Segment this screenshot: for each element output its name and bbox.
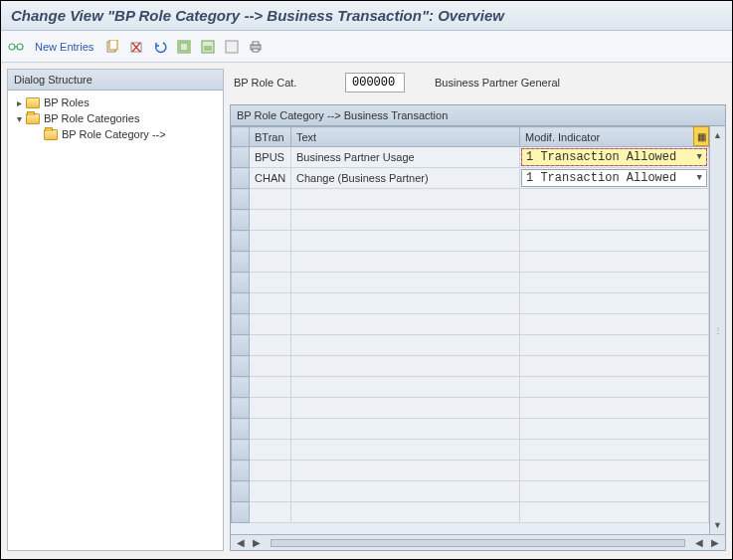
undo-icon[interactable] — [151, 38, 169, 56]
row-selector[interactable] — [232, 293, 250, 314]
window-title: Change View "BP Role Category --> Busine… — [1, 1, 732, 31]
svg-rect-3 — [109, 40, 117, 50]
header-fields: BP Role Cat. Business Partner General — [230, 69, 726, 104]
folder-icon — [26, 113, 40, 124]
dialog-structure-panel: Dialog Structure ▸BP Roles▾BP Role Categ… — [7, 69, 224, 551]
role-cat-input[interactable] — [345, 73, 405, 93]
table-row-empty — [232, 356, 709, 377]
scroll-left-icon[interactable]: ◀ — [235, 537, 247, 548]
modif-indicator-dropdown[interactable]: 1 Transaction Allowed▼ — [521, 169, 707, 187]
table-row-empty — [232, 398, 709, 419]
scroll-up-icon[interactable]: ▲ — [711, 128, 724, 142]
svg-rect-9 — [226, 41, 238, 53]
table-row-empty — [232, 377, 709, 398]
table-row: CHANChange (Business Partner)1 Transacti… — [232, 168, 709, 189]
row-selector[interactable] — [232, 377, 250, 398]
sidebar-header: Dialog Structure — [8, 70, 223, 91]
svg-point-0 — [9, 44, 15, 50]
grid-table: BTran Text Modif. Indicator ▦ BPUSBusine… — [231, 126, 709, 523]
table-row-empty — [232, 461, 709, 481]
deselect-all-icon[interactable] — [223, 38, 241, 56]
table-row-empty — [232, 440, 709, 461]
cell-btran: CHAN — [250, 170, 290, 186]
row-selector[interactable] — [232, 210, 250, 231]
row-selector[interactable] — [232, 398, 250, 419]
table-row-empty — [232, 231, 709, 252]
row-selector[interactable] — [232, 314, 250, 335]
role-cat-text: Business Partner General — [435, 77, 560, 89]
new-entries-button[interactable]: New Entries — [31, 39, 97, 55]
delete-icon[interactable] — [127, 38, 145, 56]
vertical-scrollbar[interactable]: ▲ ⋮ ▼ — [709, 126, 725, 534]
table-settings-icon[interactable]: ▦ — [693, 126, 709, 146]
scroll-right-icon[interactable]: ▶ — [251, 537, 263, 548]
tree-item-label: BP Role Category --> — [62, 128, 166, 140]
row-selector[interactable] — [232, 440, 250, 461]
dropdown-value: 1 Transaction Allowed — [526, 171, 676, 185]
dropdown-value: 1 Transaction Allowed — [526, 150, 676, 164]
cell-text: Change (Business Partner) — [291, 170, 519, 186]
row-selector[interactable] — [232, 147, 250, 168]
row-selector[interactable] — [232, 481, 250, 502]
table-row-empty — [232, 335, 709, 356]
horizontal-scrollbar[interactable]: ◀ ▶ ◀ ▶ — [231, 534, 725, 550]
grid-title: BP Role Category --> Business Transactio… — [231, 105, 725, 126]
tree: ▸BP Roles▾BP Role CategoriesBP Role Cate… — [8, 91, 223, 550]
table-row-empty — [232, 314, 709, 335]
row-selector[interactable] — [232, 502, 250, 523]
role-cat-label: BP Role Cat. — [234, 77, 333, 89]
row-selector-header[interactable] — [232, 127, 250, 147]
tree-item-label: BP Roles — [44, 96, 90, 108]
scroll-down-icon[interactable]: ▼ — [711, 518, 724, 532]
main-area: BP Role Cat. Business Partner General BP… — [228, 63, 732, 557]
chevron-down-icon: ▼ — [697, 173, 702, 183]
scroll-left2-icon[interactable]: ◀ — [693, 537, 705, 548]
print-icon[interactable] — [247, 38, 265, 56]
row-selector[interactable] — [232, 461, 250, 481]
table-row-empty — [232, 189, 709, 210]
tree-toggle-icon[interactable]: ▾ — [14, 113, 24, 124]
col-header-modif[interactable]: Modif. Indicator ▦ — [520, 127, 709, 147]
cell-btran: BPUS — [250, 149, 290, 165]
row-selector[interactable] — [232, 231, 250, 252]
table-row: BPUSBusiness Partner Usage1 Transaction … — [232, 147, 709, 168]
grid: BP Role Category --> Business Transactio… — [230, 104, 726, 551]
svg-rect-12 — [253, 49, 259, 52]
select-all-icon[interactable] — [175, 38, 193, 56]
tree-item-label: BP Role Categories — [44, 112, 139, 124]
modif-indicator-dropdown[interactable]: 1 Transaction Allowed▼ — [521, 148, 707, 166]
copy-icon[interactable] — [103, 38, 121, 56]
table-row-empty — [232, 481, 709, 502]
svg-rect-8 — [204, 46, 212, 51]
table-row-empty — [232, 210, 709, 231]
row-selector[interactable] — [232, 189, 250, 210]
table-row-empty — [232, 273, 709, 293]
row-selector[interactable] — [232, 252, 250, 273]
chevron-down-icon: ▼ — [697, 152, 702, 162]
table-row-empty — [232, 252, 709, 273]
svg-point-1 — [17, 44, 23, 50]
svg-rect-11 — [253, 42, 259, 45]
row-selector[interactable] — [232, 419, 250, 440]
cell-text: Business Partner Usage — [291, 149, 519, 165]
folder-icon — [26, 97, 40, 108]
glasses-icon[interactable] — [7, 38, 25, 56]
scroll-right2-icon[interactable]: ▶ — [709, 537, 721, 548]
scrollbar-track[interactable] — [271, 539, 685, 547]
table-row-empty — [232, 293, 709, 314]
select-block-icon[interactable] — [199, 38, 217, 56]
row-selector[interactable] — [232, 335, 250, 356]
folder-icon — [44, 129, 58, 140]
col-header-text[interactable]: Text — [291, 127, 520, 147]
row-selector[interactable] — [232, 356, 250, 377]
toolbar: New Entries — [1, 31, 732, 63]
tree-item[interactable]: BP Role Category --> — [10, 126, 221, 142]
row-selector[interactable] — [232, 273, 250, 293]
table-row-empty — [232, 502, 709, 523]
tree-item[interactable]: ▸BP Roles — [10, 94, 221, 110]
col-header-btran[interactable]: BTran — [250, 127, 291, 147]
row-selector[interactable] — [232, 168, 250, 189]
tree-item[interactable]: ▾BP Role Categories — [10, 110, 221, 126]
tree-toggle-icon[interactable]: ▸ — [14, 97, 24, 108]
table-row-empty — [232, 419, 709, 440]
